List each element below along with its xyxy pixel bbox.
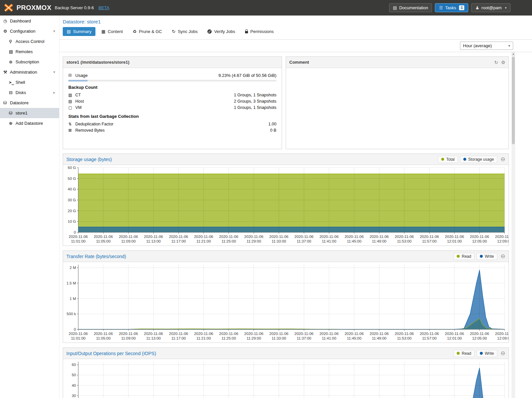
sidebar-item-datastore[interactable]: ⛁Datastore xyxy=(0,98,59,108)
legend-label: Read xyxy=(462,254,471,259)
sidebar-item-remotes[interactable]: ▤Remotes xyxy=(0,47,59,57)
tab-label: Summary xyxy=(73,29,91,34)
chart-legend: TotalStorage usage⊖ xyxy=(436,156,505,163)
svg-text:11:33:00: 11:33:00 xyxy=(272,336,286,340)
svg-text:2020-11-06: 2020-11-06 xyxy=(269,235,289,239)
summary-body: ⊟ Usage 9.23% (4.67 GiB of 50.56 GiB) Ba… xyxy=(63,68,282,138)
tasks-button[interactable]: ☰ Tasks 1 xyxy=(435,3,468,12)
datastore-summary-panel: store1 (/mnt/datastores/store1) ⊟ Usage … xyxy=(63,56,282,149)
tab-content[interactable]: ▦Content xyxy=(97,27,127,36)
tab-label: Sync Jobs xyxy=(178,29,197,34)
legend-label: Read xyxy=(462,351,471,356)
access-control-icon: ⚲ xyxy=(9,39,16,44)
legend-write[interactable]: Write xyxy=(477,253,497,260)
tab-verify-jobs[interactable]: ✓Verify Jobs xyxy=(203,27,239,36)
sidebar-item-disks[interactable]: ⊟Disks▸ xyxy=(0,87,59,98)
svg-text:2 M: 2 M xyxy=(70,266,76,270)
grid-icon: ▦ xyxy=(101,29,105,34)
legend-total[interactable]: Total xyxy=(438,156,458,163)
svg-text:60 G: 60 G xyxy=(68,166,76,170)
product-version: Backup Server 0.9-6 xyxy=(55,5,94,10)
chevron-down-icon[interactable]: ▾ xyxy=(53,29,55,33)
svg-text:2020-11-06: 2020-11-06 xyxy=(244,332,264,336)
sidebar-item-configuration[interactable]: ⚙Configuration▾ xyxy=(0,26,59,36)
collapse-icon[interactable]: ⊖ xyxy=(501,156,505,162)
legend-read[interactable]: Read xyxy=(453,253,475,260)
legend-storage-usage[interactable]: Storage usage xyxy=(460,156,497,163)
row-value: 1 Groups, 1 Snapshots xyxy=(234,105,276,110)
scroll-up-icon[interactable]: ▲ xyxy=(512,52,515,56)
svg-text:50 G: 50 G xyxy=(68,177,76,181)
svg-text:10 G: 10 G xyxy=(68,219,76,223)
proxmox-logo-icon xyxy=(3,3,14,12)
svg-text:11:33:00: 11:33:00 xyxy=(272,239,286,243)
sidebar-item-administration[interactable]: ⚒Administration▾ xyxy=(0,67,59,77)
tab-prune-gc[interactable]: ♻Prune & GC xyxy=(129,27,166,36)
sidebar-item-access-control[interactable]: ⚲Access Control xyxy=(0,36,59,47)
user-menu-button[interactable]: ♟ root@pam ▾ xyxy=(471,3,511,12)
svg-text:2020-11-06: 2020-11-06 xyxy=(395,332,414,336)
row-value: 1.00 xyxy=(268,122,276,126)
tab-permissions[interactable]: Permissions xyxy=(241,27,278,36)
user-icon: ♟ xyxy=(475,5,479,10)
tab-label: Prune & GC xyxy=(139,29,162,34)
sidebar-item-shell[interactable]: >_Shell xyxy=(0,77,59,87)
chart-svg: 0500 k1 M1.5 M2 M2020-11-0611:01:002020-… xyxy=(63,262,509,343)
documentation-button[interactable]: ▤ Documentation xyxy=(389,3,432,12)
tab-label: Content xyxy=(108,29,123,34)
subscription-icon: ⊛ xyxy=(9,59,16,64)
reload-icon[interactable]: ↻ xyxy=(494,60,498,65)
svg-text:2020-11-06: 2020-11-06 xyxy=(269,332,289,336)
tab-summary[interactable]: ▤Summary xyxy=(63,27,95,36)
vertical-scrollbar[interactable]: ▲ xyxy=(512,52,515,398)
svg-text:11:49:00: 11:49:00 xyxy=(372,336,386,340)
sidebar-item-dashboard[interactable]: ◷Dashboard xyxy=(0,16,59,26)
beta-link[interactable]: BETA xyxy=(98,5,109,10)
svg-text:2020-11-06: 2020-11-06 xyxy=(219,235,238,239)
sidebar-item-subscription[interactable]: ⊛Subscription xyxy=(0,57,59,67)
sidebar-item-label: Access Control xyxy=(16,39,44,44)
legend-write[interactable]: Write xyxy=(477,350,497,357)
row-label: Removed Bytes xyxy=(75,128,105,133)
sync-icon: ↻ xyxy=(172,29,176,34)
tab-sync-jobs[interactable]: ↻Sync Jobs xyxy=(168,27,202,36)
scrollbar-thumb[interactable] xyxy=(512,57,515,144)
legend-dot xyxy=(480,352,483,355)
svg-text:40 G: 40 G xyxy=(68,187,76,191)
collapse-icon[interactable]: ⊖ xyxy=(501,253,505,259)
legend-read[interactable]: Read xyxy=(453,350,475,357)
time-range-select[interactable]: Hour (average) ▾ xyxy=(460,42,513,50)
header-actions: ▤ Documentation ☰ Tasks 1 ♟ root@pam ▾ xyxy=(389,3,511,12)
page-title: Datastore: store1 xyxy=(59,16,532,26)
svg-text:2020-11-06: 2020-11-06 xyxy=(495,332,509,336)
svg-text:12:01:00: 12:01:00 xyxy=(447,239,462,243)
svg-text:40: 40 xyxy=(72,383,76,387)
row-value: 2 Groups, 3 Snapshots xyxy=(234,99,276,104)
svg-text:50: 50 xyxy=(72,373,76,377)
chevron-right-icon[interactable]: ▸ xyxy=(53,90,55,95)
dashboard-icon: ◷ xyxy=(3,18,10,23)
svg-text:11:53:00: 11:53:00 xyxy=(397,239,411,243)
svg-text:2020-11-06: 2020-11-06 xyxy=(194,235,213,239)
gear-icon[interactable]: ⚙ xyxy=(501,60,505,65)
svg-text:11:41:00: 11:41:00 xyxy=(322,239,336,243)
legend-label: Storage usage xyxy=(468,157,494,162)
collapse-icon[interactable]: ⊖ xyxy=(501,350,505,356)
summary-row-host: ▤Host2 Groups, 3 Snapshots xyxy=(68,98,276,104)
hdd-icon: ⊟ xyxy=(68,73,75,78)
svg-text:11:05:00: 11:05:00 xyxy=(96,336,111,340)
svg-text:20 G: 20 G xyxy=(68,209,76,213)
svg-text:2020-11-06: 2020-11-06 xyxy=(370,332,389,336)
shell-icon: >_ xyxy=(9,80,16,85)
svg-text:2020-11-06: 2020-11-06 xyxy=(370,235,389,239)
svg-text:11:41:00: 11:41:00 xyxy=(322,336,336,340)
sidebar-item-label: Remotes xyxy=(16,49,33,54)
vm-icon: ▢ xyxy=(68,105,75,110)
chart-title: Input/Output Operations per Second (IOPS… xyxy=(66,351,156,356)
sidebar-item-store1[interactable]: ⛁store1 xyxy=(0,108,59,118)
check-circle-icon: ✓ xyxy=(207,29,212,34)
sidebar-item-add-datastore[interactable]: ⊕Add Datastore xyxy=(0,118,59,128)
summary-panel-header: store1 (/mnt/datastores/store1) xyxy=(63,57,282,68)
charts-container: Storage usage (bytes)TotalStorage usage⊖… xyxy=(63,153,509,398)
chevron-down-icon[interactable]: ▾ xyxy=(53,70,55,74)
